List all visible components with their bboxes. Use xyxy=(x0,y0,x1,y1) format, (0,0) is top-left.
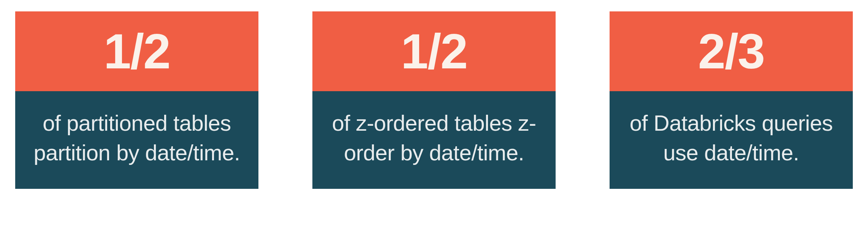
stat-card-partitioned: 1/2 of partitioned tables partition by d… xyxy=(15,11,258,189)
stat-description: of partitioned tables partition by date/… xyxy=(15,91,258,189)
stat-value: 1/2 xyxy=(15,11,258,91)
stat-description: of Databricks queries use date/time. xyxy=(610,91,853,189)
stat-value: 1/2 xyxy=(312,11,556,91)
stat-value: 2/3 xyxy=(610,11,853,91)
stat-description: of z-ordered tables z-order by date/time… xyxy=(312,91,556,189)
stat-card-zordered: 1/2 of z-ordered tables z-order by date/… xyxy=(312,11,556,189)
stat-card-queries: 2/3 of Databricks queries use date/time. xyxy=(610,11,853,189)
